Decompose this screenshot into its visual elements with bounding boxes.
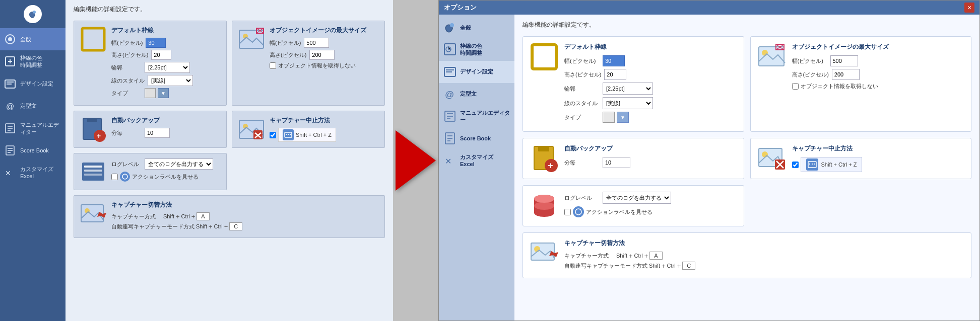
right-capture-method-content: キャプチャー切替方法 キャプチャー方式 Shift + Ctrl + A 自動連… bbox=[564, 239, 964, 272]
r-frame-style-select[interactable]: [実線] bbox=[603, 97, 653, 109]
frame-type-controls: ▼ bbox=[145, 88, 169, 98]
sidebar-item-customize-excel[interactable]: ✕ カスタマイズExcel bbox=[0, 162, 66, 184]
right-sidebar-design-label: デザイン設定 bbox=[460, 68, 493, 75]
right-capture-method-title: キャプチャー切替方法 bbox=[564, 239, 964, 248]
sidebar-item-fixed-text[interactable]: @ 定型文 bbox=[0, 95, 66, 117]
r-frame-width-label: 幅(ピクセル) bbox=[564, 57, 600, 65]
customize-excel-icon: ✕ bbox=[3, 166, 17, 180]
auto-backup-title: 自動バックアップ bbox=[111, 116, 220, 125]
r-shift-label-1: Shift bbox=[616, 253, 627, 259]
obj-width-input[interactable] bbox=[304, 38, 329, 48]
right-sidebar-item-score-book[interactable]: Score Book bbox=[439, 127, 514, 149]
frame-height-input[interactable] bbox=[151, 50, 171, 60]
backup-minutes-row: 分毎 bbox=[111, 128, 220, 138]
obj-no-info-checkbox[interactable] bbox=[270, 62, 276, 69]
frame-outline-select[interactable]: [2.25pt] bbox=[145, 62, 190, 73]
obj-width-row: 幅(ピクセル) bbox=[270, 38, 378, 48]
right-customize-excel-icon: ✕ bbox=[443, 153, 457, 168]
left-object-image-box: オブジェクトイメージの最大サイズ 幅(ピクセル) 高さ(ピクセル) オブジェクト… bbox=[232, 21, 385, 106]
right-sidebar-customize-excel-label: カスタマイズExcel bbox=[460, 153, 493, 168]
right-object-image-content: オブジェクトイメージの最大サイズ 幅(ピクセル) 高さ(ピクセル) オブジェクト… bbox=[792, 43, 964, 90]
action-label-text: アクションラベルを見せる bbox=[132, 173, 199, 181]
capture-stop-icon bbox=[238, 116, 265, 142]
left-default-frame-box: デフォルト枠線 幅(ピクセル) 高さ(ピクセル) 輪郭 [2.25pt] bbox=[74, 21, 227, 106]
r-obj-height-input[interactable] bbox=[832, 69, 860, 80]
frame-type-row: タイプ ▼ bbox=[111, 88, 220, 98]
capture-stop-checkbox[interactable] bbox=[270, 132, 276, 138]
r-capture-stop-shortcut: Shift + Ctrl + Z bbox=[801, 157, 863, 172]
left-sidebar: 全般 枠線の色時間調整 デザイン設定 @ 定型文 マニュアルエディター bbox=[0, 0, 66, 321]
left-content: 編集機能の詳細設定です。 デフォルト枠線 幅(ピクセル) 高さ(ピクセル) bbox=[66, 0, 393, 321]
obj-no-info-row: オブジェクト情報を取得しない bbox=[270, 62, 378, 69]
svg-point-68 bbox=[534, 209, 554, 217]
r-obj-no-info-checkbox[interactable] bbox=[792, 83, 799, 90]
r-frame-width-input[interactable] bbox=[603, 55, 625, 66]
right-sidebar-item-color-time[interactable]: 枠線の色時間調整 bbox=[439, 38, 514, 61]
action-label-checkbox[interactable] bbox=[111, 174, 118, 180]
r-ctrl-label-1: Ctrl bbox=[634, 253, 643, 259]
right-sidebar-item-manual-editor[interactable]: マニュアルエディター bbox=[439, 105, 514, 128]
right-sidebar-general-label: 全般 bbox=[460, 24, 471, 31]
left-capture-stop-box: キャプチャー中止方法 Shift + Ctrl + Z bbox=[232, 111, 385, 148]
r-frame-outline-select[interactable]: [2.25pt] bbox=[603, 83, 653, 95]
r-log-level-row: ログレベル 全てのログを出力する bbox=[564, 192, 737, 204]
left-log-level-box: ログレベル 全てのログを出力する アクションラベルを見せる bbox=[74, 153, 227, 190]
r-action-label-text: アクションラベルを見せる bbox=[586, 208, 652, 216]
right-capture-stop-title: キャプチャー中止方法 bbox=[792, 144, 964, 153]
r-backup-minutes-row: 分毎 bbox=[564, 157, 737, 168]
svg-rect-42 bbox=[446, 71, 452, 72]
frame-style-select[interactable]: [実線] bbox=[148, 75, 193, 86]
r-backup-minutes-input[interactable] bbox=[603, 157, 630, 168]
right-sidebar-color-time-label: 枠線の色時間調整 bbox=[460, 42, 482, 57]
frame-width-input[interactable] bbox=[146, 38, 166, 48]
svg-text:✕: ✕ bbox=[5, 169, 11, 177]
r-obj-width-input[interactable] bbox=[830, 55, 858, 66]
right-object-image-icon bbox=[758, 43, 786, 71]
frame-type-arrow[interactable]: ▼ bbox=[158, 88, 169, 98]
right-default-frame-icon bbox=[530, 43, 558, 71]
frame-type-box[interactable] bbox=[145, 88, 156, 98]
r-frame-type-controls: ▼ bbox=[603, 112, 629, 123]
r-capture-stop-checkbox[interactable] bbox=[792, 162, 799, 168]
right-log-level-content: ログレベル 全てのログを出力する アクションラベルを見せる bbox=[564, 192, 737, 217]
frame-width-label: 幅(ピクセル) bbox=[111, 39, 143, 47]
svg-rect-29 bbox=[290, 134, 291, 135]
log-level-select[interactable]: 全てのログを出力する bbox=[145, 158, 213, 170]
svg-text:@: @ bbox=[445, 90, 454, 100]
close-button[interactable]: × bbox=[964, 3, 974, 13]
r-backup-minutes-label: 分毎 bbox=[564, 159, 600, 167]
r-log-level-select[interactable]: 全てのログを出力する bbox=[603, 192, 671, 204]
ctrl-label-2: Ctrl bbox=[214, 223, 223, 229]
sidebar-item-manual-editor[interactable]: マニュアルエディター bbox=[0, 117, 66, 140]
r-action-label-checkbox[interactable] bbox=[564, 209, 571, 215]
r-frame-type-box[interactable] bbox=[603, 112, 615, 123]
log-level-content: ログレベル 全てのログを出力する アクションラベルを見せる bbox=[111, 158, 220, 182]
svg-point-70 bbox=[534, 195, 554, 203]
r-frame-height-input[interactable] bbox=[604, 69, 626, 80]
shift-label-1: Shift bbox=[163, 213, 174, 219]
right-sidebar-item-customize-excel[interactable]: ✕ カスタマイズExcel bbox=[439, 149, 514, 172]
backup-minutes-input[interactable] bbox=[145, 128, 170, 138]
right-sidebar-item-fixed-text[interactable]: @ 定型文 bbox=[439, 83, 514, 105]
right-sidebar-item-design[interactable]: デザイン設定 bbox=[439, 61, 514, 83]
svg-point-49 bbox=[762, 50, 768, 56]
right-design-icon bbox=[443, 65, 457, 79]
sidebar-item-color-time-label: 枠線の色時間調整 bbox=[20, 54, 42, 69]
frame-height-row: 高さ(ピクセル) bbox=[111, 50, 220, 60]
r-action-label-icon bbox=[573, 206, 584, 217]
sidebar-item-design[interactable]: デザイン設定 bbox=[0, 73, 66, 95]
svg-rect-27 bbox=[286, 134, 287, 135]
sidebar-item-score-book[interactable]: Score Book bbox=[0, 139, 66, 162]
sidebar-item-color-time[interactable]: 枠線の色時間調整 bbox=[0, 50, 66, 73]
svg-rect-18 bbox=[87, 118, 97, 122]
right-auto-backup-content: 自動バックアップ 分毎 bbox=[564, 144, 737, 171]
log-level-label: ログレベル bbox=[111, 160, 142, 168]
capture-method-content: キャプチャー切替方法 キャプチャー方式 Shift + Ctrl + A 自動連… bbox=[111, 201, 378, 232]
key-a-badge: A bbox=[197, 212, 209, 220]
right-app-logo bbox=[443, 21, 457, 35]
svg-rect-28 bbox=[288, 134, 289, 135]
obj-height-input[interactable] bbox=[309, 50, 335, 60]
r-frame-type-arrow[interactable]: ▼ bbox=[617, 112, 629, 123]
capture-method2-row: 自動連写キャプチャーモード方式 Shift + Ctrl + C bbox=[111, 222, 378, 230]
sidebar-item-general[interactable]: 全般 bbox=[0, 28, 66, 50]
